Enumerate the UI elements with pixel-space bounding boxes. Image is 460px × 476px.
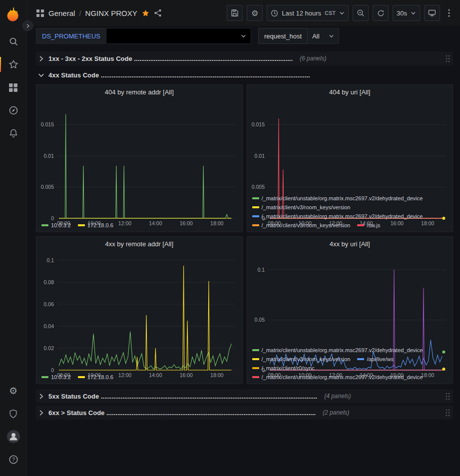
share-icon[interactable] [154, 9, 162, 17]
panel-grid: 404 by remote addr [All] 00.0050.010.015… [36, 84, 453, 384]
dashboard-title[interactable]: NGINX PROXY [85, 9, 137, 17]
datasource-label: DS_PROMETHEUS [36, 28, 106, 44]
chevron-down-icon [339, 10, 345, 16]
legend-item[interactable]: 10.0.3.2 [41, 221, 71, 229]
legend-item[interactable]: /api/live/ws [357, 355, 394, 363]
favorite-star-icon[interactable] [141, 9, 150, 17]
legend-item[interactable]: /sw.js [357, 221, 380, 229]
breadcrumb: General / NGINX PROXY [36, 9, 162, 17]
row-1xx-3xx-2xx-status-code[interactable]: 1xx - 3xx - 2xx Status Code ............… [36, 51, 453, 65]
legend-swatch [252, 206, 259, 208]
sidebar-bottom: ⚙ ? [0, 379, 27, 471]
legend-item[interactable]: /_matrix/client/unstable/org.matrix.msc2… [252, 373, 423, 381]
panel-title[interactable]: 4xx by remote addr [All] [36, 237, 242, 251]
save-icon [231, 9, 239, 17]
legend-label: /_matrix/client/unstable/org.matrix.msc2… [262, 213, 423, 219]
svg-text:?: ? [12, 457, 15, 463]
chevron-right-icon [38, 55, 44, 62]
row-4xx-status-code[interactable]: 4xx Status Code ........................… [36, 68, 453, 82]
panel-title[interactable]: 404 by remote addr [All] [36, 85, 242, 99]
row-title: 6xx > Status Code ......................… [48, 409, 316, 417]
legend-item[interactable]: 172.18.0.6 [78, 221, 113, 229]
legend-item[interactable]: /_matrix/client/v3/room_keys/version [252, 221, 351, 229]
zoom-out-button[interactable] [353, 5, 369, 21]
legend-label: /_matrix/client/v3/room_keys/version [262, 222, 351, 228]
legend-swatch [252, 215, 259, 217]
breadcrumb-separator: / [79, 9, 81, 17]
legend-item[interactable]: 172.18.0.6 [78, 373, 113, 381]
gear-icon: ⚙ [251, 8, 258, 18]
avatar [7, 430, 20, 443]
more-options-button[interactable] [444, 5, 454, 21]
svg-text:0.01: 0.01 [254, 153, 265, 159]
row-5xx-status-code[interactable]: 5xx Status Code ........................… [36, 389, 453, 403]
chevron-down-icon [329, 33, 334, 39]
time-range-picker[interactable]: Last 12 hours CST [267, 5, 349, 21]
refresh-interval-dropdown[interactable]: 30s [393, 5, 420, 21]
legend-item[interactable]: /_matrix/client/unstable/org.matrix.msc2… [252, 194, 423, 202]
sidebar-item-server-admin[interactable] [0, 402, 27, 425]
legend-label: 10.0.3.2 [51, 222, 71, 228]
variable-datasource: DS_PROMETHEUS [36, 28, 251, 44]
refresh-button[interactable] [373, 5, 389, 21]
svg-text:0.05: 0.05 [254, 317, 265, 323]
panel-title[interactable]: 4xx by uri [All] [247, 237, 453, 251]
dashboard-settings-button[interactable]: ⚙ [247, 5, 263, 21]
chevron-right-icon [38, 393, 44, 400]
legend-item[interactable]: /_matrix/client/v3/room_keys/version [252, 203, 351, 211]
cycle-view-button[interactable] [424, 5, 440, 21]
alerting-icon [8, 128, 18, 138]
breadcrumb-section[interactable]: General [48, 9, 75, 17]
gear-icon: ⚙ [9, 385, 17, 397]
chevron-right-icon [25, 23, 30, 28]
legend-item[interactable]: /_matrix/client/unstable/org.matrix.msc2… [252, 346, 423, 354]
request-host-select[interactable]: All [308, 28, 339, 44]
grafana-logo[interactable] [5, 6, 22, 23]
svg-text:0.01: 0.01 [44, 153, 54, 159]
legend-label: /_matrix/client/v3/room_keys/version [262, 356, 351, 362]
sidebar-item-starred[interactable] [0, 53, 27, 76]
sidebar-item-search[interactable] [0, 30, 27, 53]
sidebar-item-settings[interactable]: ⚙ [0, 379, 27, 402]
legend-item[interactable]: /_matrix/client/r0/sync [252, 364, 315, 372]
svg-text:0.04: 0.04 [44, 323, 54, 329]
chevron-down-icon [411, 10, 416, 16]
variables-bar: DS_PROMETHEUS request_host All [27, 26, 460, 46]
chevron-down-icon [38, 72, 44, 78]
legend-label: 10.0.3.2 [51, 374, 71, 380]
legend-item[interactable]: 10.0.3.2 [41, 373, 71, 381]
row-panel-count: (2 panels) [323, 409, 349, 416]
apps-icon [36, 9, 44, 17]
star-icon [8, 59, 18, 69]
legend-label: 172.18.0.6 [87, 374, 113, 380]
timeseries-chart: 00.050.108:0010:0012:0014:0016:0018:00 [247, 251, 453, 345]
sidebar-item-help[interactable]: ? [0, 448, 27, 471]
save-dashboard-button[interactable] [227, 5, 243, 21]
legend-item[interactable]: /_matrix/client/v3/room_keys/version [252, 355, 351, 363]
legend-label: /_matrix/client/v3/room_keys/version [262, 204, 351, 210]
legend-label: /_matrix/client/r0/sync [262, 365, 315, 371]
datasource-select[interactable] [106, 28, 251, 44]
row-6xx-status-code[interactable]: 6xx > Status Code ......................… [36, 406, 453, 420]
sidebar: ⚙ ? [0, 0, 27, 476]
sidebar-item-alerting[interactable] [0, 122, 27, 145]
legend-swatch [357, 224, 364, 226]
svg-text:0.1: 0.1 [257, 267, 265, 273]
row-title: 1xx - 3xx - 2xx Status Code ............… [48, 55, 293, 62]
drag-handle-icon[interactable] [446, 393, 450, 400]
sidebar-expand-button[interactable] [22, 20, 33, 31]
legend-item[interactable]: /_matrix/client/unstable/org.matrix.msc2… [252, 212, 423, 220]
drag-handle-icon[interactable] [446, 409, 450, 417]
row-title: 4xx Status Code ........................… [48, 71, 310, 79]
sidebar-item-dashboards[interactable] [0, 76, 27, 99]
refresh-interval-label: 30s [397, 9, 407, 17]
legend-label: /_matrix/client/unstable/org.matrix.msc2… [262, 347, 423, 353]
drag-handle-icon[interactable] [446, 55, 450, 62]
sidebar-item-explore[interactable] [0, 99, 27, 122]
panel-title[interactable]: 404 by uri [All] [247, 85, 453, 99]
legend-swatch [78, 376, 85, 378]
legend: /_matrix/client/unstable/org.matrix.msc2… [247, 345, 453, 384]
sidebar-item-profile[interactable] [0, 425, 27, 448]
chevron-down-icon [241, 33, 246, 39]
legend: 10.0.3.2172.18.0.6 [36, 372, 242, 384]
